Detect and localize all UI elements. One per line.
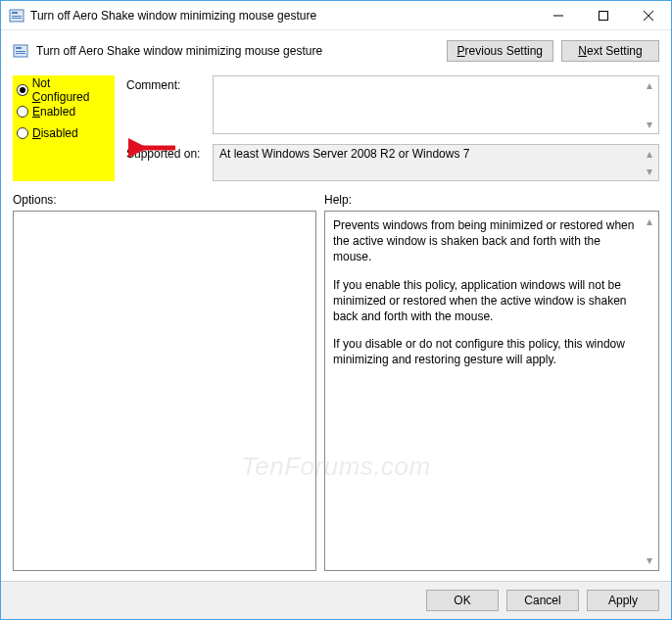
window-controls: [536, 1, 671, 29]
svg-rect-7: [16, 51, 25, 52]
radio-dot-icon: [17, 106, 28, 118]
supported-on-box: At least Windows Server 2008 R2 or Windo…: [213, 144, 659, 181]
apply-button[interactable]: Apply: [587, 590, 659, 611]
policy-header: Turn off Aero Shake window minimizing mo…: [13, 40, 659, 62]
help-paragraph: Prevents windows from being minimized or…: [333, 217, 641, 265]
svg-rect-8: [16, 53, 25, 54]
radio-enabled[interactable]: Enabled: [17, 101, 109, 122]
help-paragraph: If you disable or do not configure this …: [333, 336, 641, 367]
gpedit-icon: [9, 8, 24, 24]
window-title: Turn off Aero Shake window minimizing mo…: [30, 9, 536, 23]
next-setting-button[interactable]: Next Setting: [561, 40, 659, 62]
cancel-button[interactable]: Cancel: [506, 590, 579, 611]
help-label: Help:: [324, 193, 659, 207]
policy-title: Turn off Aero Shake window minimizing mo…: [36, 44, 447, 58]
scrollbar[interactable]: ▴▾: [643, 147, 656, 178]
ok-button[interactable]: OK: [426, 590, 499, 611]
lower-panels: Options: Help: Prevents windows from bei…: [13, 193, 659, 571]
config-row: Not Configured Enabled Disabled Comment:: [13, 75, 659, 181]
comment-textarea[interactable]: ▴▾: [213, 75, 659, 134]
dialog-body: Turn off Aero Shake window minimizing mo…: [1, 30, 671, 581]
close-button[interactable]: [626, 1, 671, 29]
radio-dot-icon: [17, 127, 28, 139]
options-box: [13, 211, 316, 571]
info-column: Comment: ▴▾ Supported on: At least Windo…: [126, 75, 659, 181]
titlebar[interactable]: Turn off Aero Shake window minimizing mo…: [1, 1, 671, 30]
radio-disabled[interactable]: Disabled: [17, 122, 109, 144]
previous-setting-button[interactable]: Previous Setting: [447, 40, 553, 62]
svg-rect-3: [12, 18, 22, 19]
supported-label: Supported on:: [126, 144, 205, 181]
maximize-button[interactable]: [581, 1, 626, 29]
scrollbar[interactable]: ▴▾: [643, 214, 656, 568]
help-box: Prevents windows from being minimized or…: [324, 211, 659, 571]
policy-dialog: Turn off Aero Shake window minimizing mo…: [0, 0, 672, 620]
state-radio-group: Not Configured Enabled Disabled: [13, 75, 115, 181]
svg-rect-4: [600, 11, 608, 20]
help-paragraph: If you enable this policy, application w…: [333, 277, 641, 325]
svg-rect-2: [12, 16, 22, 17]
minimize-button[interactable]: [536, 1, 581, 29]
radio-dot-icon: [17, 84, 28, 96]
options-label: Options:: [13, 193, 316, 207]
dialog-footer: OK Cancel Apply: [1, 581, 671, 619]
scrollbar[interactable]: ▴▾: [643, 78, 656, 131]
svg-rect-1: [12, 12, 18, 14]
radio-not-configured[interactable]: Not Configured: [17, 79, 109, 101]
comment-label: Comment:: [126, 75, 205, 134]
policy-icon: [13, 43, 28, 59]
svg-rect-6: [16, 47, 22, 49]
